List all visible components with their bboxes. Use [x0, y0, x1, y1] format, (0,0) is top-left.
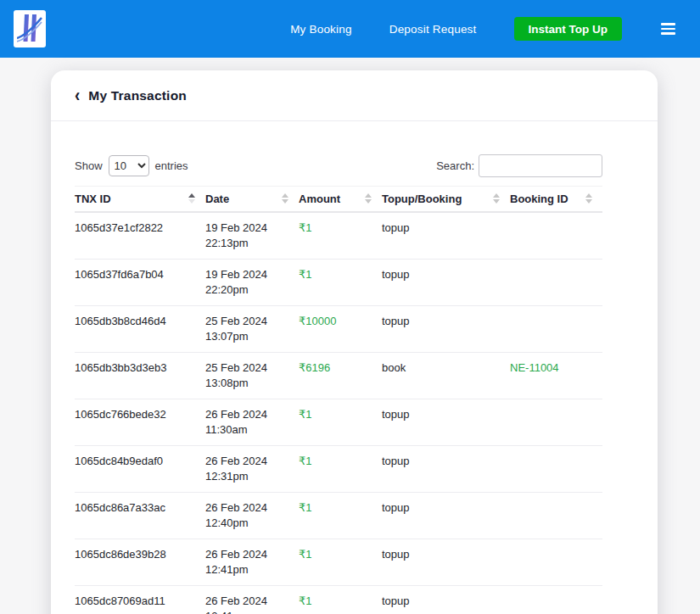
cell-date: 19 Feb 2024 22:13pm — [205, 212, 299, 260]
nav-my-booking[interactable]: My Booking — [290, 23, 352, 36]
cell-tnx-id: 1065dc86de39b28 — [75, 539, 205, 585]
cell-booking-id — [510, 305, 602, 352]
cell-booking-id — [510, 492, 602, 539]
search-control: Search: — [436, 154, 602, 177]
cell-tnx-id: 1065dc86a7a33ac — [75, 492, 205, 539]
cell-date-line1: 19 Feb 2024 — [205, 220, 294, 236]
cell-type: topup — [382, 445, 510, 492]
cell-date-line2: 12:41pm — [205, 562, 294, 578]
cell-date: 25 Feb 2024 13:07pm — [205, 305, 299, 352]
column-header[interactable]: Booking ID — [510, 187, 602, 212]
cell-tnx-id: 1065dc87069ad11 — [75, 585, 205, 614]
table-header-row: TNX ID Date Amount Topup/Booking Booking… — [75, 187, 602, 212]
page-size-control: Show 10 entries — [75, 155, 188, 176]
column-label: Date — [205, 193, 229, 205]
table-controls: Show 10 entries Search: — [75, 154, 602, 177]
cell-date-line1: 26 Feb 2024 — [205, 594, 294, 609]
cell-type: topup — [382, 212, 510, 260]
cell-booking-id — [510, 259, 602, 305]
page-title: My Transaction — [88, 88, 187, 103]
cell-type: topup — [382, 492, 510, 539]
card-header: ‹ My Transaction — [51, 70, 658, 121]
column-label: Amount — [299, 193, 340, 205]
cell-date-line2: 11:30am — [205, 422, 294, 438]
cell-amount: ₹10000 — [299, 305, 382, 352]
transactions-tbody: 1065d37e1cf2822 19 Feb 2024 22:13pm ₹1 t… — [75, 212, 602, 614]
cell-date-line1: 25 Feb 2024 — [205, 314, 294, 329]
search-input[interactable] — [479, 154, 602, 177]
column-header[interactable]: Amount — [299, 187, 382, 212]
cell-booking-id — [510, 445, 602, 492]
transaction-row: 1065d37fd6a7b04 19 Feb 2024 22:20pm ₹1 t… — [75, 259, 602, 305]
cell-amount: ₹1 — [299, 445, 382, 492]
sort-icon — [282, 193, 288, 204]
cell-booking-id: NE-11004 — [510, 352, 602, 399]
cell-date-line1: 26 Feb 2024 — [205, 500, 294, 516]
transaction-row: 1065dc86de39b28 26 Feb 2024 12:41pm ₹1 t… — [75, 539, 602, 585]
transactions-table: TNX ID Date Amount Topup/Booking Booking… — [75, 186, 602, 614]
logo-h-icon — [17, 13, 42, 45]
cell-date: 26 Feb 2024 12:41pm — [205, 585, 299, 614]
cell-amount: ₹1 — [299, 399, 382, 445]
cell-tnx-id: 1065d37e1cf2822 — [75, 212, 205, 260]
cell-date: 26 Feb 2024 12:41pm — [205, 539, 299, 585]
cell-date-line2: 12:31pm — [205, 469, 294, 484]
cell-date-line2: 13:07pm — [205, 329, 294, 344]
menu-icon[interactable] — [659, 20, 677, 38]
cell-type: topup — [382, 539, 510, 585]
cell-booking-id — [510, 399, 602, 445]
top-navbar: My Booking Deposit Request Instant Top U… — [0, 0, 700, 58]
cell-amount: ₹1 — [299, 259, 382, 305]
cell-date-line2: 22:20pm — [205, 282, 294, 298]
cell-date-line1: 25 Feb 2024 — [205, 360, 294, 376]
transaction-row: 1065dc766bede32 26 Feb 2024 11:30am ₹1 t… — [75, 399, 602, 445]
cell-date: 19 Feb 2024 22:20pm — [205, 259, 299, 305]
cell-tnx-id: 1065dc84b9edaf0 — [75, 445, 205, 492]
column-label: Booking ID — [510, 193, 568, 205]
column-header[interactable]: Date — [205, 187, 299, 212]
transaction-row: 1065dc86a7a33ac 26 Feb 2024 12:40pm ₹1 t… — [75, 492, 602, 539]
instant-top-up-button[interactable]: Instant Top Up — [514, 17, 623, 41]
cell-date-line2: 13:08pm — [205, 376, 294, 391]
cell-amount: ₹1 — [299, 539, 382, 585]
cell-booking-id — [510, 585, 602, 614]
cell-date-line1: 26 Feb 2024 — [205, 407, 294, 422]
transactions-card: ‹ My Transaction Show 10 entries Search: — [51, 70, 658, 614]
cell-amount: ₹6196 — [299, 352, 382, 399]
cell-type: topup — [382, 585, 510, 614]
column-label: TNX ID — [75, 193, 111, 205]
cell-date-line2: 12:40pm — [205, 516, 294, 531]
cell-booking-id — [510, 539, 602, 585]
cell-amount: ₹1 — [299, 492, 382, 539]
entries-label: entries — [155, 159, 188, 172]
transaction-row: 1065db3bb3d3eb3 25 Feb 2024 13:08pm ₹619… — [75, 352, 602, 399]
column-label: Topup/Booking — [382, 193, 462, 205]
cell-date-line1: 19 Feb 2024 — [205, 267, 294, 282]
cell-tnx-id: 1065db3bb3d3eb3 — [75, 352, 205, 399]
cell-amount: ₹1 — [299, 212, 382, 260]
cell-date-line1: 26 Feb 2024 — [205, 454, 294, 469]
back-icon[interactable]: ‹ — [75, 87, 80, 105]
cell-type: book — [382, 352, 510, 399]
sort-icon — [585, 193, 592, 204]
cell-type: topup — [382, 305, 510, 352]
column-header[interactable]: TNX ID — [75, 187, 205, 212]
cell-date: 26 Feb 2024 12:31pm — [205, 445, 299, 492]
page-size-select[interactable]: 10 — [109, 155, 149, 176]
cell-type: topup — [382, 399, 510, 445]
sort-icon — [493, 193, 500, 204]
cell-amount: ₹1 — [299, 585, 382, 614]
transaction-row: 1065dc87069ad11 26 Feb 2024 12:41pm ₹1 t… — [75, 585, 602, 614]
cell-tnx-id: 1065db3b8cd46d4 — [75, 305, 205, 352]
nav-deposit-request[interactable]: Deposit Request — [389, 23, 477, 36]
transaction-row: 1065dc84b9edaf0 26 Feb 2024 12:31pm ₹1 t… — [75, 445, 602, 492]
cell-tnx-id: 1065d37fd6a7b04 — [75, 259, 205, 305]
cell-date: 25 Feb 2024 13:08pm — [205, 352, 299, 399]
brand-logo[interactable] — [14, 10, 46, 47]
cell-date-line2: 22:13pm — [205, 236, 294, 251]
transaction-row: 1065db3b8cd46d4 25 Feb 2024 13:07pm ₹100… — [75, 305, 602, 352]
cell-booking-id — [510, 212, 602, 260]
cell-date-line1: 26 Feb 2024 — [205, 547, 294, 562]
cell-tnx-id: 1065dc766bede32 — [75, 399, 205, 445]
column-header[interactable]: Topup/Booking — [382, 187, 510, 212]
